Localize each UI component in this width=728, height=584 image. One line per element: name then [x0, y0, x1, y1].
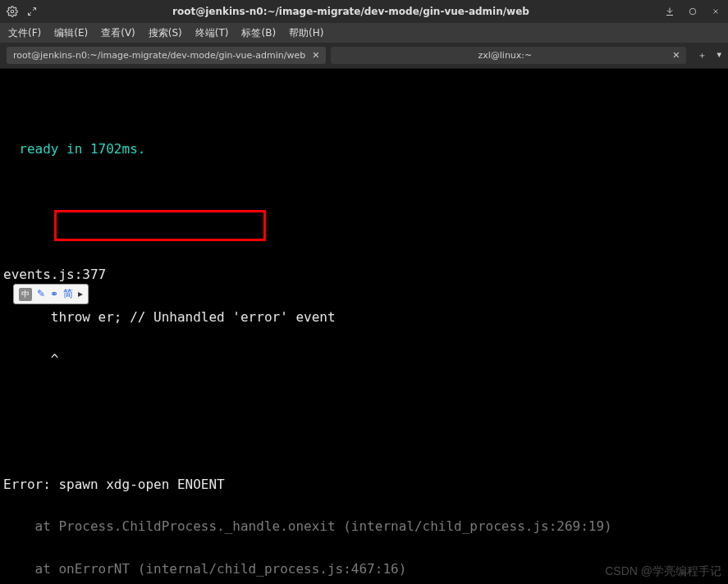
- close-icon[interactable]: [710, 6, 721, 17]
- tab-active-label: root@jenkins-n0:~/image-migrate/dev-mode…: [13, 50, 305, 61]
- minimize-icon[interactable]: [664, 6, 675, 17]
- ime-link-icon: ⚭: [50, 286, 58, 302]
- caret-line: ^: [3, 349, 725, 370]
- ime-input-widget[interactable]: 中 ✎ ⚭ 简 ▸: [13, 284, 89, 304]
- tab-menu-icon[interactable]: ▾: [717, 49, 721, 62]
- tab-close-icon[interactable]: ✕: [312, 50, 319, 61]
- tab-inactive[interactable]: zxl@linux:~ ✕: [331, 47, 686, 64]
- ime-mode-badge: 中: [19, 288, 32, 301]
- stack-trace-line: at onErrorNT (internal/child_process.js:…: [3, 559, 725, 580]
- svg-point-1: [689, 8, 696, 15]
- svg-point-0: [11, 10, 14, 13]
- menu-tabs[interactable]: 标签(B): [236, 25, 281, 42]
- tab-inactive-label: zxl@linux:~: [478, 50, 532, 61]
- tab-active[interactable]: root@jenkins-n0:~/image-migrate/dev-mode…: [7, 47, 326, 64]
- menu-view[interactable]: 查看(V): [96, 25, 140, 42]
- window-title: root@jenkins-n0:~/image-migrate/dev-mode…: [38, 6, 664, 17]
- terminal-output[interactable]: ready in 1702ms. events.js:377 throw er;…: [0, 69, 728, 584]
- menu-terminal[interactable]: 终端(T): [190, 25, 234, 42]
- menu-edit[interactable]: 编辑(E): [49, 25, 93, 42]
- menubar: 文件(F) 编辑(E) 查看(V) 搜索(S) 终端(T) 标签(B) 帮助(H…: [0, 23, 728, 43]
- menu-file[interactable]: 文件(F): [3, 25, 46, 42]
- ready-text: ready in 1702ms.: [3, 141, 145, 157]
- throw-line: throw er; // Unhandled 'error' event: [3, 307, 725, 328]
- menu-search[interactable]: 搜索(S): [144, 25, 187, 42]
- menu-help[interactable]: 帮助(H): [284, 25, 328, 42]
- tab-add-icon[interactable]: ＋: [698, 49, 707, 62]
- expand-icon[interactable]: [26, 6, 38, 17]
- window-titlebar: root@jenkins-n0:~/image-migrate/dev-mode…: [0, 0, 728, 23]
- tabbar: root@jenkins-n0:~/image-migrate/dev-mode…: [0, 43, 728, 69]
- ime-lang-label: 简: [63, 286, 73, 302]
- events-line: events.js:377: [3, 264, 725, 285]
- settings-icon[interactable]: [7, 6, 18, 17]
- ime-arrow-icon: ▸: [78, 286, 83, 302]
- error-line: Error: spawn xdg-open ENOENT: [3, 474, 725, 495]
- ime-pencil-icon: ✎: [37, 286, 45, 302]
- stack-trace-line: at Process.ChildProcess._handle.onexit (…: [3, 516, 725, 537]
- tab-close-icon[interactable]: ✕: [672, 50, 680, 61]
- maximize-icon[interactable]: [687, 6, 698, 17]
